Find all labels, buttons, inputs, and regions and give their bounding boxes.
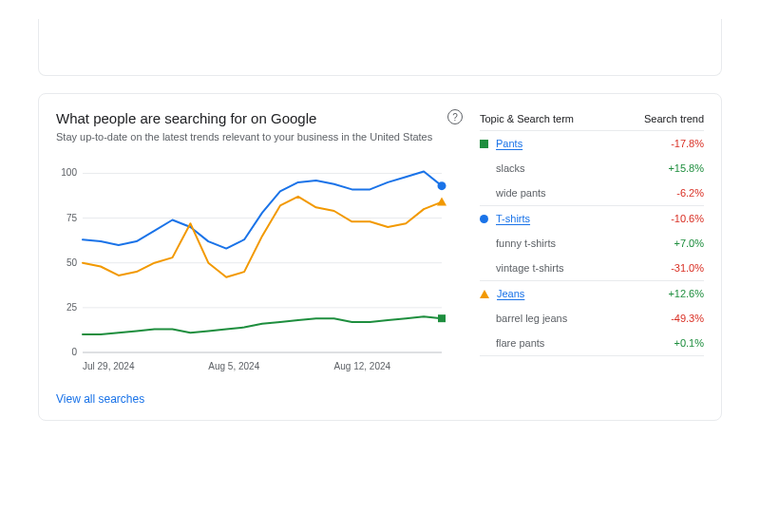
term-row: barrel leg jeans-49.3% bbox=[480, 306, 704, 331]
svg-text:Aug 12, 2024: Aug 12, 2024 bbox=[334, 361, 391, 371]
svg-rect-13 bbox=[438, 314, 446, 322]
term-label: barrel leg jeans bbox=[480, 313, 567, 324]
topic-group: Jeans+12.6%barrel leg jeans-49.3%flare p… bbox=[480, 281, 704, 356]
term-label: slacks bbox=[480, 162, 525, 174]
term-label: funny t-shirts bbox=[480, 238, 556, 249]
help-icon[interactable]: ? bbox=[447, 109, 463, 124]
svg-text:0: 0 bbox=[71, 347, 77, 357]
jeans-marker-icon bbox=[480, 290, 489, 298]
card-subtitle: Stay up-to-date on the latest trends rel… bbox=[56, 130, 432, 143]
trend-chart: 0255075100Jul 29, 2024Aug 5, 2024Aug 12,… bbox=[56, 157, 463, 375]
term-row: funny t-shirts+7.0% bbox=[480, 231, 704, 256]
svg-text:25: 25 bbox=[66, 302, 78, 313]
svg-marker-15 bbox=[437, 197, 446, 205]
trend-value: +15.8% bbox=[668, 162, 704, 174]
trend-value: -6.2% bbox=[676, 187, 704, 199]
svg-point-14 bbox=[438, 181, 446, 190]
topic-link[interactable]: T-shirts bbox=[496, 213, 530, 224]
col-header-trend: Search trend bbox=[644, 113, 704, 124]
trend-value: +12.6% bbox=[668, 288, 704, 299]
term-row: flare pants+0.1% bbox=[480, 331, 704, 355]
trend-value: -10.6% bbox=[671, 213, 704, 224]
trend-value: -31.0% bbox=[671, 262, 704, 274]
view-all-searches-link[interactable]: View all searches bbox=[56, 392, 144, 406]
term-row: slacks+15.8% bbox=[480, 156, 704, 180]
term-label: vintage t-shirts bbox=[480, 262, 564, 274]
topic-table: Topic & Search term Search trend Pants-1… bbox=[480, 109, 704, 375]
topic-row: Pants-17.8% bbox=[480, 131, 704, 156]
svg-text:Aug 5, 2024: Aug 5, 2024 bbox=[208, 361, 259, 371]
svg-text:Jul 29, 2024: Jul 29, 2024 bbox=[83, 361, 135, 371]
trends-card: What people are searching for on Google … bbox=[38, 93, 722, 421]
trend-value: -17.8% bbox=[671, 138, 704, 149]
topic-row: Jeans+12.6% bbox=[480, 281, 704, 306]
topic-group: T-shirts-10.6%funny t-shirts+7.0%vintage… bbox=[480, 206, 704, 281]
chart-svg: 0255075100Jul 29, 2024Aug 5, 2024Aug 12,… bbox=[56, 157, 455, 375]
term-row: vintage t-shirts-31.0% bbox=[480, 256, 704, 280]
topic-link[interactable]: Pants bbox=[496, 138, 522, 149]
topic-group: Pants-17.8%slacks+15.8%wide pants-6.2% bbox=[480, 131, 704, 206]
trend-value: +7.0% bbox=[674, 238, 705, 249]
topic-link[interactable]: Jeans bbox=[497, 288, 524, 299]
term-label: wide pants bbox=[480, 187, 546, 199]
svg-text:50: 50 bbox=[66, 257, 78, 268]
col-header-topic: Topic & Search term bbox=[480, 113, 574, 124]
svg-text:75: 75 bbox=[66, 212, 78, 222]
trend-value: +0.1% bbox=[674, 337, 705, 349]
term-label: flare pants bbox=[480, 337, 544, 349]
previous-card-bottom bbox=[38, 19, 722, 76]
trend-value: -49.3% bbox=[671, 313, 704, 324]
card-title: What people are searching for on Google bbox=[56, 109, 432, 128]
term-row: wide pants-6.2% bbox=[480, 180, 704, 205]
topic-row: T-shirts-10.6% bbox=[480, 206, 704, 231]
svg-text:100: 100 bbox=[61, 167, 77, 178]
tshirts-marker-icon bbox=[480, 215, 488, 223]
pants-marker-icon bbox=[480, 140, 488, 148]
